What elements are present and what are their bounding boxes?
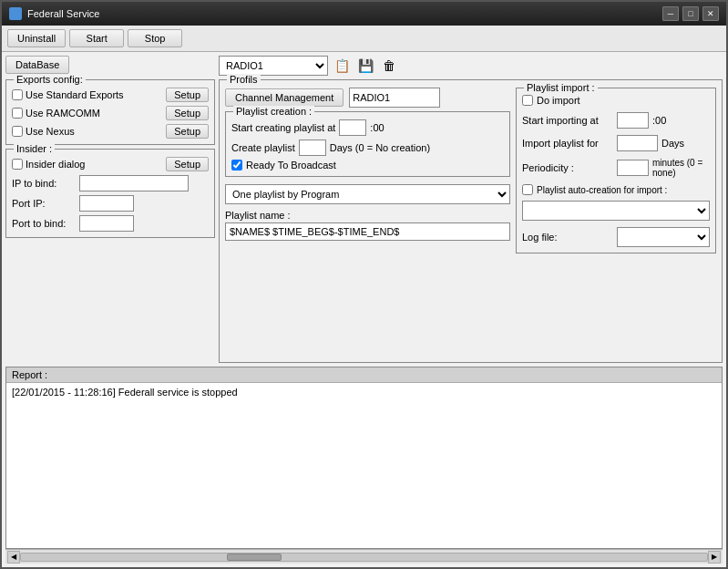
playlist-creation-title: Playlist creation : xyxy=(233,106,314,117)
port-bind-row: Port to bind: xyxy=(12,215,209,232)
ramcomm-checkbox[interactable] xyxy=(12,108,23,119)
insider-dialog-row: Insider dialog Setup xyxy=(12,157,209,171)
ip-bind-input[interactable] xyxy=(79,175,189,191)
standard-exports-label: Use Standard Exports xyxy=(12,89,162,100)
window-title: Federall Service xyxy=(27,8,662,19)
profiles-inner: Channel Management Playlist creation : S… xyxy=(225,88,716,253)
channel-row: Channel Management xyxy=(225,88,510,108)
left-panel: DataBase Exports config: Use Standard Ex… xyxy=(5,56,215,363)
do-import-checkbox[interactable] xyxy=(522,95,533,106)
minimize-button[interactable]: ─ xyxy=(662,6,679,21)
start-importing-input[interactable] xyxy=(617,112,649,129)
scroll-right-button[interactable]: ▶ xyxy=(708,551,721,564)
title-bar: Federall Service ─ □ ✕ xyxy=(2,2,726,26)
periodicity-input[interactable] xyxy=(617,160,649,176)
scrollbar-track[interactable] xyxy=(20,553,708,562)
playlist-type-row: One playlist by Program One playlist per… xyxy=(225,184,510,204)
nexus-label: Use Nexus xyxy=(12,126,162,137)
maximize-button[interactable]: □ xyxy=(682,6,699,21)
profile-bar: RADIO1 📋 💾 🗑 xyxy=(219,56,723,76)
start-creating-row: Start creating playlist at :00 xyxy=(231,119,504,136)
toolbar: Uninstall Start Stop xyxy=(2,26,726,52)
standard-exports-checkbox[interactable] xyxy=(12,89,23,100)
auto-creation-select-row xyxy=(522,201,710,221)
insider-setup-button[interactable]: Setup xyxy=(166,157,209,171)
import-for-row: Import playlist for Days xyxy=(522,135,710,151)
playlist-import-title: Playlist import : xyxy=(524,82,598,93)
report-title: Report : xyxy=(6,367,722,383)
periodicity-row: Periodicity : minutes (0 = none) xyxy=(522,158,710,178)
ramcomm-label: Use RAMCOMM xyxy=(12,108,162,119)
close-button[interactable]: ✕ xyxy=(702,6,719,21)
ramcomm-setup-button[interactable]: Setup xyxy=(166,106,209,120)
stop-button[interactable]: Stop xyxy=(128,29,182,47)
horizontal-scrollbar[interactable]: ◀ ▶ xyxy=(5,549,723,564)
do-import-row: Do import xyxy=(522,95,710,106)
playlist-creation-box: Playlist creation : Start creating playl… xyxy=(225,111,510,177)
ready-broadcast-checkbox[interactable] xyxy=(231,160,242,171)
insider-title: Insider : xyxy=(14,143,55,154)
copy-icon-button[interactable]: 📋 xyxy=(332,56,352,76)
left-profile: Channel Management Playlist creation : S… xyxy=(225,88,510,253)
profiles-section: Profils Channel Management Playlist crea… xyxy=(219,79,723,363)
port-bind-input[interactable] xyxy=(79,215,134,232)
uninstall-button[interactable]: Uninstall xyxy=(7,29,66,47)
insider-group: Insider : Insider dialog Setup IP to bin… xyxy=(5,149,215,238)
port-ip-row: Port IP: xyxy=(12,195,209,212)
ramcomm-row: Use RAMCOMM Setup xyxy=(12,106,209,120)
playlist-type-select[interactable]: One playlist by Program One playlist per… xyxy=(225,184,510,204)
window-controls: ─ □ ✕ xyxy=(662,6,719,21)
port-bind-label: Port to bind: xyxy=(12,218,76,229)
right-panel: RADIO1 📋 💾 🗑 Profils Channel Management xyxy=(219,56,723,363)
ip-bind-row: IP to bind: xyxy=(12,175,209,191)
auto-creation-checkbox[interactable] xyxy=(522,184,533,195)
scrollbar-thumb[interactable] xyxy=(227,553,282,561)
log-entry: [22/01/2015 - 11:28:16] Federall service… xyxy=(12,387,716,398)
standard-exports-row: Use Standard Exports Setup xyxy=(12,88,209,102)
main-content: DataBase Exports config: Use Standard Ex… xyxy=(2,52,726,367)
insider-dialog-checkbox[interactable] xyxy=(12,159,23,170)
profile-dropdown[interactable]: RADIO1 xyxy=(219,56,328,76)
create-playlist-row: Create playlist Days (0 = No creation) xyxy=(231,140,504,156)
profiles-title: Profils xyxy=(227,74,261,85)
start-button[interactable]: Start xyxy=(69,29,124,47)
ip-bind-label: IP to bind: xyxy=(12,178,76,189)
start-time-input[interactable] xyxy=(339,119,366,136)
app-icon xyxy=(9,7,22,20)
log-file-row: Log file: xyxy=(522,227,710,247)
standard-exports-setup-button[interactable]: Setup xyxy=(166,88,209,102)
report-content: [22/01/2015 - 11:28:16] Federall service… xyxy=(6,383,722,548)
radio-name-input[interactable] xyxy=(349,88,440,108)
auto-creation-row: Playlist auto-creation for import : xyxy=(522,184,710,195)
playlist-name-label: Playlist name : xyxy=(225,210,510,221)
create-days-input[interactable] xyxy=(299,140,326,156)
playlist-import-box: Playlist import : Do import Start import… xyxy=(516,88,716,253)
save-icon-button[interactable]: 💾 xyxy=(355,56,375,76)
scroll-left-button[interactable]: ◀ xyxy=(7,551,20,564)
playlist-name-input[interactable] xyxy=(225,222,510,241)
nexus-row: Use Nexus Setup xyxy=(12,124,209,139)
port-ip-input[interactable] xyxy=(79,195,134,212)
nexus-setup-button[interactable]: Setup xyxy=(166,124,209,139)
insider-dialog-label: Insider dialog xyxy=(12,159,162,170)
exports-config-title: Exports config: xyxy=(14,74,86,85)
exports-config-group: Exports config: Use Standard Exports Set… xyxy=(5,79,215,145)
auto-creation-select[interactable] xyxy=(522,201,710,221)
report-section: Report : [22/01/2015 - 11:28:16] Federal… xyxy=(5,367,723,549)
delete-icon-button[interactable]: 🗑 xyxy=(379,56,399,76)
ready-broadcast-row: Ready To Broadcast xyxy=(231,160,504,171)
start-importing-row: Start importing at :00 xyxy=(522,112,710,129)
database-button[interactable]: DataBase xyxy=(5,56,69,74)
import-days-input[interactable] xyxy=(617,135,658,151)
playlist-name-row: Playlist name : xyxy=(225,210,510,241)
port-ip-label: Port IP: xyxy=(12,198,76,209)
nexus-checkbox[interactable] xyxy=(12,126,23,137)
channel-management-button[interactable]: Channel Management xyxy=(225,88,343,107)
main-window: Federall Service ─ □ ✕ Uninstall Start S… xyxy=(0,0,728,569)
log-file-select[interactable] xyxy=(617,227,710,247)
